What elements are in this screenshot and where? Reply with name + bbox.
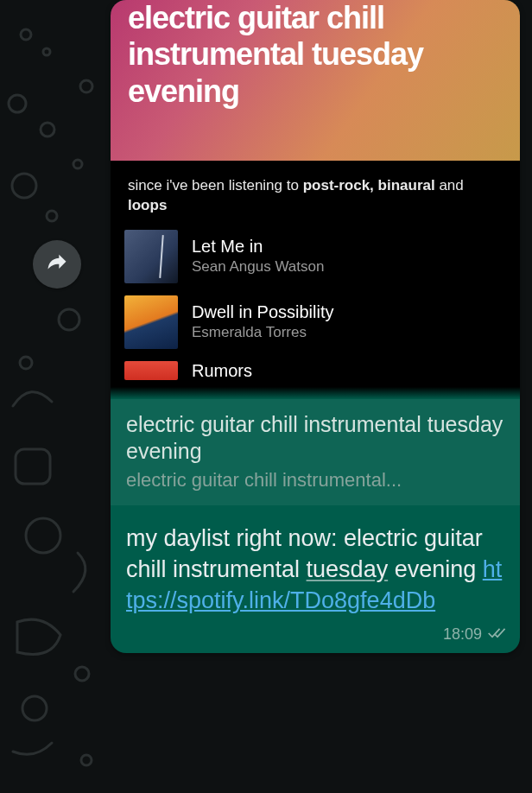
album-art	[124, 361, 178, 380]
preview-hero-title: electric guitar chill instrumental tuesd…	[128, 0, 503, 110]
track-title: Dwell in Possibility	[192, 302, 334, 322]
preview-track-list: Let Me in Sean Angus Watson Dwell in Pos…	[111, 225, 520, 380]
outgoing-message-bubble: electric guitar chill instrumental tuesd…	[111, 0, 520, 653]
list-item: Dwell in Possibility Esmeralda Torres	[124, 295, 506, 349]
link-preview-title: electric guitar chill instrumental tuesd…	[126, 411, 504, 466]
list-item: Rumors	[124, 361, 506, 380]
track-artist: Sean Angus Watson	[192, 258, 324, 276]
track-title: Rumors	[192, 361, 252, 380]
link-preview-card[interactable]: electric guitar chill instrumental tuesd…	[111, 399, 520, 505]
list-item: Let Me in Sean Angus Watson	[124, 230, 506, 283]
track-title: Let Me in	[192, 237, 324, 257]
preview-subtitle: since i've been listening to post-rock, …	[111, 161, 520, 225]
track-artist: Esmeralda Torres	[192, 324, 334, 341]
message-text: my daylist right now: electric guitar ch…	[111, 505, 520, 625]
link-preview-subtitle: electric guitar chill instrumental...	[126, 469, 504, 492]
album-art	[124, 230, 178, 283]
double-check-icon	[487, 625, 508, 644]
message-time: 18:09	[443, 625, 482, 644]
forward-button[interactable]	[33, 240, 81, 289]
link-preview-image[interactable]: electric guitar chill instrumental tuesd…	[111, 0, 520, 399]
album-art	[124, 295, 178, 349]
forward-icon	[45, 251, 69, 278]
message-meta: 18:09	[111, 625, 520, 653]
